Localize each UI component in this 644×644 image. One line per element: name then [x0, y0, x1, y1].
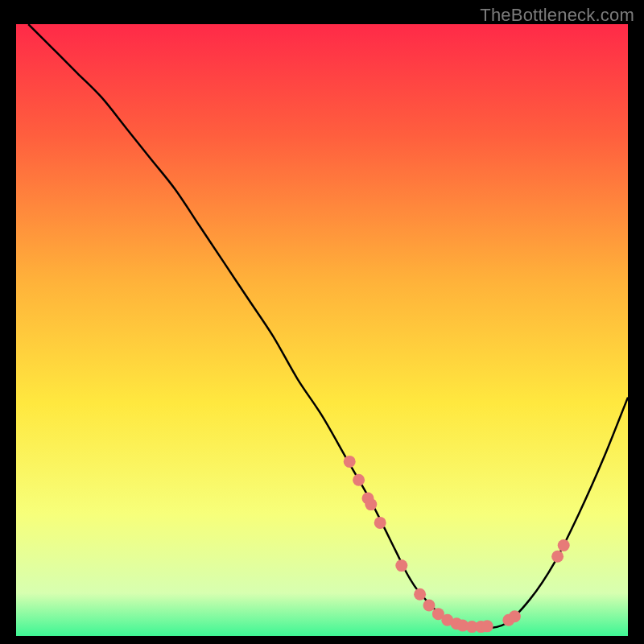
data-marker [481, 620, 493, 632]
data-marker [558, 539, 570, 551]
data-marker [395, 559, 407, 572]
data-marker [509, 610, 521, 622]
data-marker [344, 456, 356, 468]
data-marker [423, 600, 436, 612]
chart-frame: TheBottleneck.com [0, 0, 644, 644]
data-marker [374, 517, 386, 529]
data-marker [551, 551, 564, 563]
gradient-background [16, 24, 628, 636]
data-marker [414, 588, 426, 601]
watermark-text: TheBottleneck.com [480, 5, 634, 26]
data-marker [365, 498, 377, 510]
plot-area [16, 24, 628, 636]
chart-svg [16, 24, 628, 636]
data-marker [353, 474, 365, 486]
